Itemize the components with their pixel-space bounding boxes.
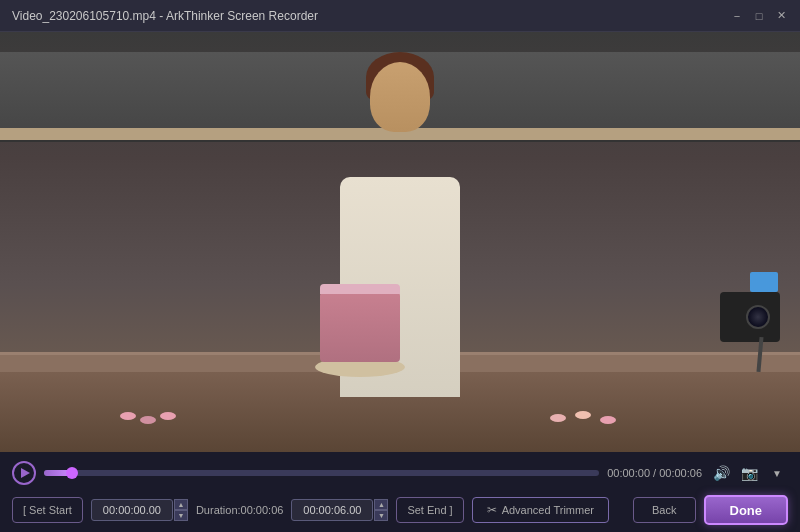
camera-screen: [750, 272, 778, 292]
set-end-button[interactable]: Set End ]: [396, 497, 463, 523]
tripod-leg: [756, 337, 763, 372]
person-head: [370, 62, 430, 132]
more-options-button[interactable]: ▼: [766, 462, 788, 484]
end-time-up[interactable]: ▲: [374, 499, 388, 510]
end-time-group: ▲ ▼: [291, 499, 388, 521]
macaron-6: [600, 416, 616, 424]
end-time-spinners: ▲ ▼: [374, 499, 388, 521]
minimize-button[interactable]: −: [730, 9, 744, 23]
done-button[interactable]: Done: [704, 495, 789, 525]
end-time-down[interactable]: ▼: [374, 510, 388, 521]
video-content: [0, 32, 800, 452]
start-time-up[interactable]: ▲: [174, 499, 188, 510]
cake-top: [320, 284, 400, 294]
camera: [700, 272, 780, 372]
end-time-input[interactable]: [291, 499, 373, 521]
macaron-3: [160, 412, 176, 420]
duration-label: Duration:00:00:06: [196, 504, 283, 516]
title-bar: Video_230206105710.mp4 - ArkThinker Scre…: [0, 0, 800, 32]
volume-button[interactable]: 🔊: [710, 462, 732, 484]
play-button[interactable]: [12, 461, 36, 485]
video-area: [0, 32, 800, 452]
controls-bar: 00:00:00 / 00:00:06 🔊 📷 ▼ [ Set Start ▲ …: [0, 452, 800, 532]
maximize-button[interactable]: □: [752, 9, 766, 23]
macaron-1: [120, 412, 136, 420]
play-icon: [21, 468, 30, 478]
macaron-4: [550, 414, 566, 422]
timeline-right-controls: 🔊 📷 ▼: [710, 462, 788, 484]
start-time-group: ▲ ▼: [91, 499, 188, 521]
buttons-row: [ Set Start ▲ ▼ Duration:00:00:06 ▲ ▼ Se…: [12, 495, 788, 525]
camera-snapshot-button[interactable]: 📷: [738, 462, 760, 484]
start-time-spinners: ▲ ▼: [174, 499, 188, 521]
time-display: 00:00:00 / 00:00:06: [607, 467, 702, 479]
timeline-row: 00:00:00 / 00:00:06 🔊 📷 ▼: [12, 459, 788, 487]
scissors-icon: ✂: [487, 503, 497, 517]
timeline-track[interactable]: [44, 470, 599, 476]
window-controls: − □ ✕: [730, 9, 788, 23]
window-title: Video_230206105710.mp4 - ArkThinker Scre…: [12, 9, 318, 23]
advanced-trimmer-button[interactable]: ✂ Advanced Trimmer: [472, 497, 609, 523]
macaron-2: [140, 416, 156, 424]
set-start-button[interactable]: [ Set Start: [12, 497, 83, 523]
close-button[interactable]: ✕: [774, 9, 788, 23]
start-time-input[interactable]: [91, 499, 173, 521]
macaron-5: [575, 411, 591, 419]
back-button[interactable]: Back: [633, 497, 695, 523]
camera-lens: [746, 305, 770, 329]
cake-body: [320, 292, 400, 362]
timeline-thumb[interactable]: [66, 467, 78, 479]
start-time-down[interactable]: ▼: [174, 510, 188, 521]
